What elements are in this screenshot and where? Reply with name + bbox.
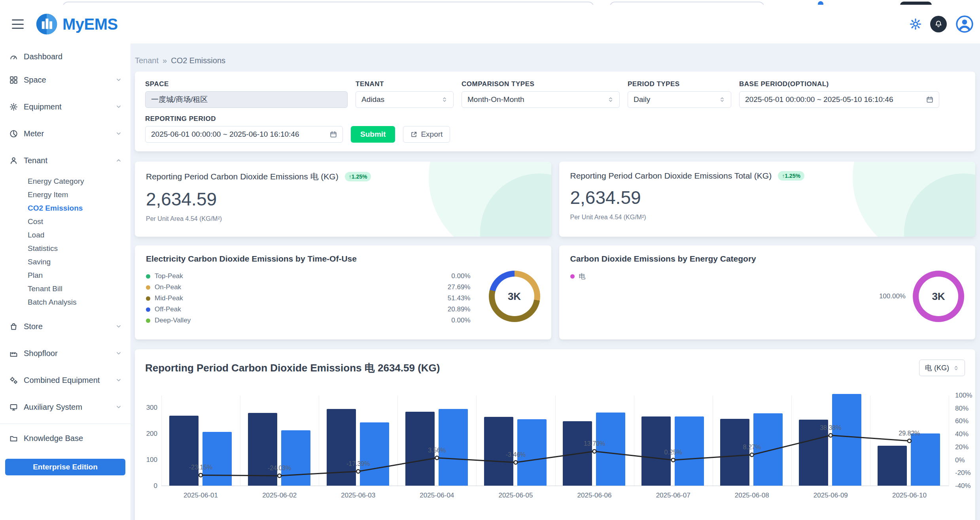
sidebar-item-energy-category[interactable]: Energy Category xyxy=(0,175,131,188)
browser-accent-dot xyxy=(818,1,823,5)
sidebar-item-label: Knowledge Base xyxy=(24,434,122,443)
y-axis-right-tick: 0% xyxy=(955,456,976,464)
comparison-label: COMPARISON TYPES xyxy=(462,80,620,88)
line-value-label: -3.46% xyxy=(506,451,526,458)
select-arrows-icon xyxy=(607,96,614,103)
sidebar-item-dashboard[interactable]: Dashboard xyxy=(0,47,131,66)
calendar-icon xyxy=(926,96,933,103)
sidebar-item-space[interactable]: Space xyxy=(0,66,131,93)
comparison-select[interactable]: Month-On-Month xyxy=(462,91,620,108)
sidebar-item-auxiliary-system[interactable]: Auxiliary System xyxy=(0,394,131,420)
donut-cards-row: Electricity Carbon Dioxide Emissions by … xyxy=(135,245,975,339)
card-title: Carbon Dioxide Emissions by Energy Categ… xyxy=(570,254,965,264)
stat-card-title: Reporting Period Carbon Dioxide Emission… xyxy=(570,171,772,181)
space-input[interactable]: 一度城/商场/租区 xyxy=(145,91,348,108)
sidebar-item-energy-item[interactable]: Energy Item xyxy=(0,188,131,202)
calendar-icon xyxy=(330,131,337,138)
chevron-down-icon xyxy=(115,377,122,383)
period-type-field: PERIOD TYPES Daily xyxy=(628,80,731,108)
line-marker xyxy=(593,450,596,453)
line-marker xyxy=(199,473,202,477)
base-period-input[interactable]: 2025-05-01 00:00:00 ~ 2025-05-10 16:10:4… xyxy=(739,91,939,108)
sidebar-item-label: Meter xyxy=(24,129,115,138)
sidebar-item-combined-equipment[interactable]: Combined Equipment xyxy=(0,367,131,394)
meter-icon xyxy=(9,130,18,138)
export-button[interactable]: Export xyxy=(403,126,450,143)
sidebar-item-label: Dashboard xyxy=(24,52,122,61)
sidebar-item-tenant-bill[interactable]: Tenant Bill xyxy=(0,282,131,296)
chevron-down-icon xyxy=(115,404,122,410)
gears-icon xyxy=(9,376,18,384)
grid-icon xyxy=(9,76,18,84)
emissions-stat-card: Reporting Period Carbon Dioxide Emission… xyxy=(135,162,551,237)
sidebar-item-batch-analysis[interactable]: Batch Analysis xyxy=(0,296,131,309)
line-marker xyxy=(908,439,911,443)
enterprise-edition-button[interactable]: Enterprise Edition xyxy=(5,459,125,475)
notifications-button[interactable] xyxy=(930,16,947,32)
bell-icon xyxy=(930,16,947,32)
select-arrows-icon xyxy=(953,365,959,371)
line-value-label: -23.15% xyxy=(189,464,213,471)
legend-row: On-Peak27.69% xyxy=(146,282,471,293)
sidebar-item-cost[interactable]: Cost xyxy=(0,215,131,228)
breadcrumb-current: CO2 Emissions xyxy=(171,56,225,65)
tenant-submenu: Energy Category Energy Item CO2 Emission… xyxy=(0,174,131,313)
legend-dot xyxy=(146,274,150,279)
sidebar-item-meter[interactable]: Meter xyxy=(0,120,131,147)
sidebar-item-tenant[interactable]: Tenant xyxy=(0,147,131,174)
sidebar-item-label: Shopfloor xyxy=(24,349,115,358)
base-period-field: BASE PERIOD(OPTIONAL) 2025-05-01 00:00:0… xyxy=(739,80,939,108)
line-marker xyxy=(750,453,754,457)
sidebar-item-co2-emissions[interactable]: CO2 Emissions xyxy=(0,202,131,215)
sidebar-item-statistics[interactable]: Statistics xyxy=(0,242,131,255)
sidebar-item-saving[interactable]: Saving xyxy=(0,255,131,269)
breadcrumb-parent[interactable]: Tenant xyxy=(135,56,159,65)
sidebar-item-knowledge-base[interactable]: Knowledge Base xyxy=(0,425,131,452)
settings-button[interactable] xyxy=(910,18,921,30)
legend-row: Deep-Valley0.00% xyxy=(146,315,471,326)
x-axis-label: 2025-06-06 xyxy=(555,492,634,499)
sidebar-item-plan[interactable]: Plan xyxy=(0,269,131,282)
user-icon xyxy=(9,156,18,165)
legend-row: Mid-Peak51.43% xyxy=(146,293,471,304)
space-field: SPACE 一度城/商场/租区 xyxy=(145,80,348,108)
period-type-select[interactable]: Daily xyxy=(628,91,731,108)
stat-card-value: 2,634.59 xyxy=(570,187,965,208)
line-value-label: 8.27% xyxy=(743,444,761,450)
x-axis-label: 2025-06-04 xyxy=(397,492,476,499)
sidebar-item-shopfloor[interactable]: Shopfloor xyxy=(0,340,131,367)
menu-toggle-button[interactable] xyxy=(12,19,24,29)
browser-tab-fragment xyxy=(62,2,594,5)
sidebar-item-equipment[interactable]: Equipment xyxy=(0,93,131,120)
brand-logo[interactable]: MyEMS xyxy=(36,13,118,35)
comparison-field: COMPARISON TYPES Month-On-Month xyxy=(462,80,620,108)
line-value-label: 38.38% xyxy=(820,424,841,431)
sidebar-item-store[interactable]: Store xyxy=(0,313,131,340)
emissions-bar-chart-card: Reporting Period Carbon Dioxide Emission… xyxy=(135,349,975,520)
submit-button[interactable]: Submit xyxy=(351,126,395,143)
unit-select[interactable]: 电 (KG) xyxy=(919,360,965,376)
line-value-label: 29.82% xyxy=(899,430,920,437)
line-marker xyxy=(435,456,439,460)
line-marker xyxy=(356,470,360,473)
sidebar-item-load[interactable]: Load xyxy=(0,228,131,242)
y-axis-right-tick: 40% xyxy=(955,430,976,438)
donut-center-label: 3K xyxy=(919,277,958,316)
y-axis-right-tick: 100% xyxy=(955,392,976,399)
chevron-down-icon xyxy=(115,350,122,356)
tenant-select[interactable]: Adidas xyxy=(356,91,454,108)
tenant-label: TENANT xyxy=(356,80,454,88)
gridline xyxy=(949,396,949,486)
line-value-label: 0.25% xyxy=(664,449,682,456)
reporting-period-input[interactable]: 2025-06-01 00:00:00 ~ 2025-06-10 16:10:4… xyxy=(145,126,343,143)
donut-center-label: 3K xyxy=(495,277,534,316)
x-axis-label: 2025-06-02 xyxy=(240,492,319,499)
browser-pill-fragment xyxy=(900,2,932,5)
line-value-label: 3.56% xyxy=(428,447,446,454)
account-button[interactable] xyxy=(955,15,974,33)
chevron-down-icon xyxy=(115,130,122,137)
sidebar-item-label: Tenant xyxy=(24,156,115,165)
breadcrumb: Tenant » CO2 Emissions xyxy=(135,56,975,65)
myems-logo-icon xyxy=(36,13,58,35)
stat-card-subtitle: Per Unit Area 4.54 (KG/M²) xyxy=(570,214,965,221)
